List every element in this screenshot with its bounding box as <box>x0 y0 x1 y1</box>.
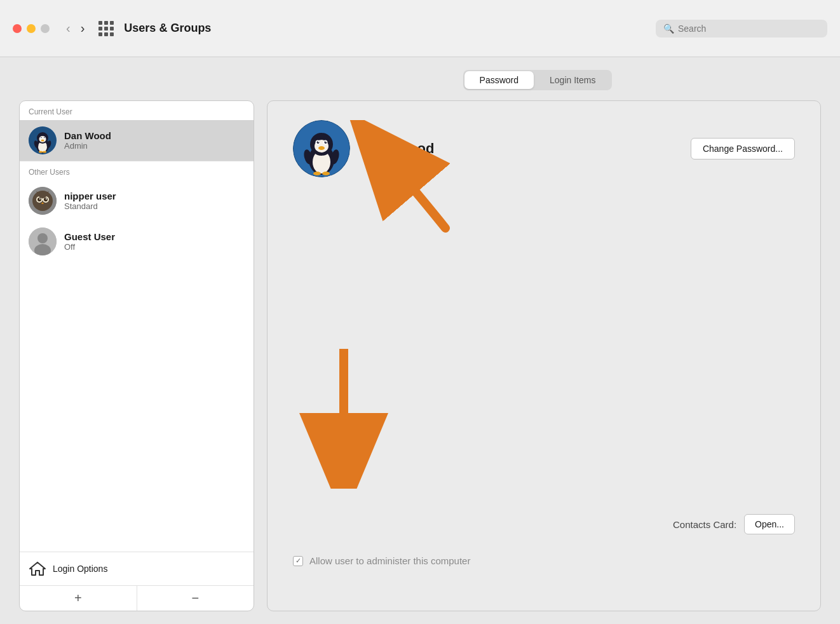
add-user-button[interactable]: + <box>20 586 137 611</box>
sidebar-bottom-buttons: + − <box>20 585 254 611</box>
minimize-button[interactable] <box>27 24 36 33</box>
svg-point-12 <box>39 151 43 153</box>
avatar-guest <box>29 227 57 255</box>
user-name-guest: Guest User <box>64 231 115 242</box>
app-grid-icon[interactable] <box>98 21 114 36</box>
avatar-nipper <box>29 187 57 215</box>
annotation-arrow-down <box>293 349 395 489</box>
other-users-label: Other Users <box>20 161 254 180</box>
tab-login-items[interactable]: Login Items <box>534 71 611 89</box>
owl-avatar <box>29 187 57 215</box>
login-options-label: Login Options <box>53 564 107 574</box>
contacts-row: Contacts Card: Open... <box>293 514 795 534</box>
svg-point-37 <box>318 146 325 150</box>
user-role-dan-wood: Admin <box>64 141 111 151</box>
svg-point-43 <box>325 141 327 142</box>
user-item-dan-wood[interactable]: Dan Wood Admin <box>20 120 254 161</box>
tabs-row: Password Login Items <box>254 57 821 100</box>
svg-point-9 <box>44 137 45 139</box>
user-name-nipper: nipper user <box>64 191 116 201</box>
svg-point-19 <box>44 198 48 201</box>
login-options-item[interactable]: Login Options <box>20 552 254 585</box>
user-name-dan-wood: Dan Wood <box>64 130 111 141</box>
svg-point-23 <box>39 193 46 198</box>
window-controls <box>13 24 50 33</box>
svg-point-47 <box>322 172 330 175</box>
detail-panel: Dan Wood Change Password... Contacts Car… <box>267 100 821 611</box>
admin-checkbox-label: Allow user to administer this computer <box>309 555 470 566</box>
tab-password[interactable]: Password <box>464 71 534 89</box>
search-box[interactable]: 🔍 <box>656 20 827 37</box>
titlebar: ‹ › Users & Groups 🔍 <box>0 0 840 57</box>
user-info-guest: Guest User Off <box>64 231 115 252</box>
nav-buttons: ‹ › <box>62 20 88 37</box>
svg-point-21 <box>46 198 47 200</box>
search-input[interactable] <box>678 24 820 34</box>
svg-point-46 <box>313 172 321 175</box>
user-role-guest: Off <box>64 242 115 252</box>
window-title: Users & Groups <box>124 22 211 35</box>
remove-user-button[interactable]: − <box>137 586 254 611</box>
user-role-nipper: Standard <box>64 201 116 211</box>
svg-point-18 <box>37 198 41 201</box>
detail-user-name: Dan Wood <box>365 140 434 157</box>
maximize-button[interactable] <box>41 24 50 33</box>
admin-checkbox[interactable]: ✓ <box>293 556 303 566</box>
svg-point-5 <box>41 140 44 142</box>
penguin-avatar-large <box>293 120 350 177</box>
change-password-button[interactable]: Change Password... <box>691 138 795 159</box>
avatar-dan-wood <box>29 126 57 154</box>
back-button[interactable]: ‹ <box>62 20 74 37</box>
open-contacts-button[interactable]: Open... <box>744 514 795 534</box>
user-info-nipper: nipper user Standard <box>64 191 116 211</box>
close-button[interactable] <box>13 24 22 33</box>
avatar-large-dan-wood <box>293 120 350 177</box>
user-header: Dan Wood Change Password... <box>293 120 795 177</box>
search-icon: 🔍 <box>663 24 674 34</box>
sidebar: Current User <box>19 100 254 611</box>
user-item-guest[interactable]: Guest User Off <box>20 221 254 262</box>
penguin-avatar-small <box>29 126 57 154</box>
user-item-nipper[interactable]: nipper user Standard <box>20 180 254 221</box>
svg-point-27 <box>37 233 48 243</box>
main-content: Password Login Items Current User <box>0 57 840 624</box>
svg-marker-29 <box>30 562 45 575</box>
house-icon <box>29 560 46 578</box>
user-info-dan-wood: Dan Wood Admin <box>64 130 111 151</box>
tab-group: Password Login Items <box>463 70 613 90</box>
admin-checkbox-row: ✓ Allow user to administer this computer <box>293 555 795 566</box>
body-area: Current User <box>19 100 821 611</box>
svg-point-20 <box>39 198 41 200</box>
guest-avatar-icon <box>29 227 57 255</box>
svg-point-42 <box>318 141 319 142</box>
current-user-label: Current User <box>20 101 254 120</box>
svg-point-13 <box>43 151 46 153</box>
svg-point-8 <box>41 137 42 139</box>
contacts-card-label: Contacts Card: <box>673 519 736 530</box>
forward-button[interactable]: › <box>77 20 89 37</box>
house-svg <box>29 560 46 578</box>
